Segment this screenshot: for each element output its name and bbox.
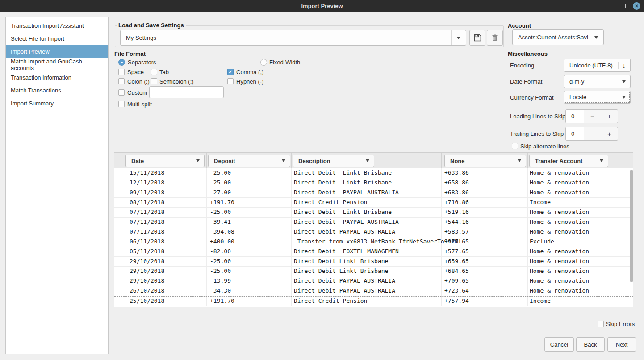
table-row[interactable]: 05/11/2018 -82.00 Direct Debit FOXTEL MA… [114, 247, 633, 257]
custom-separator-input[interactable] [149, 86, 224, 98]
table-row[interactable]: 29/10/2018 -25.00 Direct Debit Linkt Bri… [114, 257, 633, 267]
preview-table-header: Date Deposit Description None Transfer A… [114, 152, 633, 168]
table-row[interactable]: 07/11/2018 -25.00 Direct Debit Linkt Bri… [114, 208, 633, 218]
settings-combobox[interactable]: My Settings [120, 30, 466, 46]
multi-split-checkbox-label[interactable]: Multi-split [127, 101, 152, 108]
table-row[interactable]: 09/11/2018 -27.00 Direct Debit PAYPAL AU… [114, 188, 633, 198]
colon-checkbox-label[interactable]: Colon (:) [127, 78, 150, 85]
table-row[interactable]: 07/11/2018 -39.41 Direct Debit PAYPAL AU… [114, 218, 633, 227]
fixed-width-radio-label[interactable]: Fixed-Width [269, 59, 300, 66]
cell-date: 29/10/2018 [130, 277, 164, 284]
delete-settings-button[interactable] [487, 30, 503, 46]
back-button[interactable]: Back [576, 337, 605, 352]
cell-balance: +577.65 [444, 248, 469, 255]
date-format-value: d-m-y [569, 78, 584, 85]
chevron-down-icon[interactable] [589, 30, 603, 45]
skip-alternate-lines-checkbox[interactable] [512, 143, 518, 149]
chevron-down-icon[interactable] [451, 30, 466, 45]
next-button[interactable]: Next [607, 337, 636, 352]
encoding-picker[interactable]: Unicode (UTF-8) ↓ [564, 59, 631, 72]
custom-checkbox-label[interactable]: Custom [127, 89, 147, 96]
sidebar-item-label: Match Transactions [11, 87, 61, 94]
separators-radio-label[interactable]: Separators [128, 59, 156, 66]
fixed-width-radio[interactable] [260, 59, 267, 66]
column-type-combobox-none[interactable]: None [444, 155, 526, 167]
colon-checkbox[interactable] [118, 78, 125, 84]
currency-format-combobox[interactable]: Locale [564, 91, 631, 104]
cell-transfer-account: Home & renovation [530, 169, 589, 176]
table-row[interactable]: 29/10/2018 -13.99 Direct Debit PAYPAL AU… [114, 276, 633, 286]
down-arrow-icon: ↓ [623, 62, 626, 69]
minimize-button[interactable]: − [608, 3, 615, 9]
cell-deposit: -25.00 [210, 268, 231, 274]
save-settings-button[interactable] [469, 30, 485, 46]
leading-lines-value[interactable]: 0 [566, 110, 584, 123]
separator-line [114, 99, 504, 99]
cell-balance: +544.16 [444, 218, 469, 225]
increment-button[interactable]: + [601, 110, 618, 123]
date-format-combobox[interactable]: d-m-y [564, 75, 631, 88]
space-checkbox[interactable] [118, 69, 125, 75]
account-combobox[interactable]: Assets:Current Assets:Savi [512, 29, 604, 45]
cell-deposit: -394.08 [210, 228, 234, 235]
table-row[interactable]: 08/11/2018 +191.70 Direct Credit Pension… [114, 198, 633, 208]
sidebar-item[interactable]: Match Import and GnuCash accounts [6, 58, 108, 71]
table-row[interactable]: 26/10/2018 -34.30 Direct Debit PAYPAL AU… [114, 286, 633, 296]
tab-checkbox-label[interactable]: Tab [159, 69, 169, 75]
skip-errors-checkbox[interactable] [598, 321, 604, 327]
divider [618, 62, 619, 69]
column-type-combobox-transfer-account[interactable]: Transfer Account [529, 155, 608, 167]
cancel-button[interactable]: Cancel [544, 337, 574, 352]
increment-button[interactable]: + [601, 127, 618, 140]
decrement-button[interactable]: − [584, 127, 601, 140]
sidebar-item-label: Match Import and GnuCash accounts [11, 58, 103, 71]
column-type-combobox-date[interactable]: Date [125, 155, 205, 167]
encoding-label: Encoding [510, 62, 534, 69]
hyphen-checkbox[interactable] [227, 78, 234, 84]
skip-alternate-lines-label[interactable]: Skip alternate lines [520, 143, 569, 150]
table-row[interactable]: 25/10/2018 +191.70 Direct Credit Pension… [114, 296, 633, 306]
sidebar-item[interactable]: Select File for Import [6, 32, 108, 45]
cell-description: Direct Debit Linkt Brisbane [294, 209, 392, 215]
sidebar-item[interactable]: Import Summary [6, 97, 108, 110]
comma-checkbox[interactable] [227, 69, 234, 75]
custom-checkbox[interactable] [118, 89, 125, 96]
space-checkbox-label[interactable]: Space [127, 69, 144, 75]
semicolon-checkbox[interactable] [151, 78, 157, 84]
title-bar: Import Preview − ✕ [0, 0, 644, 12]
hyphen-checkbox-label[interactable]: Hyphen (-) [236, 78, 263, 85]
trailing-lines-value[interactable]: 0 [566, 127, 584, 140]
skip-errors-label[interactable]: Skip Errors [606, 321, 635, 327]
cell-deposit: +400.00 [210, 238, 234, 245]
table-row[interactable]: 07/11/2018 -394.08 Direct Debit PAYPAL A… [114, 227, 633, 237]
table-row[interactable]: 06/11/2018 +400.00 Transfer from xx6813 … [114, 237, 633, 247]
tab-checkbox[interactable] [151, 69, 157, 75]
sidebar-item[interactable]: Import Preview [6, 45, 108, 58]
cell-transfer-account: Home & renovation [530, 189, 589, 196]
multi-split-checkbox[interactable] [118, 101, 125, 107]
chevron-down-icon [600, 159, 603, 162]
table-row[interactable]: 15/11/2018 -25.00 Direct Debit Linkt Bri… [114, 168, 633, 178]
column-type-combobox-deposit[interactable]: Deposit [208, 155, 290, 167]
date-format-label: Date Format [510, 78, 542, 85]
cell-date: 09/11/2018 [130, 189, 164, 196]
vertical-scrollbar[interactable] [630, 170, 633, 282]
cell-transfer-account: Income [530, 297, 551, 304]
decrement-button[interactable]: − [584, 110, 601, 123]
separators-radio[interactable] [118, 59, 125, 66]
sidebar-item[interactable]: Match Transactions [6, 84, 108, 97]
sidebar-item[interactable]: Transaction Import Assistant [6, 19, 108, 32]
sidebar-item-label: Transaction Import Assistant [11, 22, 84, 29]
close-icon[interactable]: ✕ [633, 2, 640, 10]
table-row[interactable]: 12/11/2018 -25.00 Direct Debit Linkt Bri… [114, 178, 633, 188]
semicolon-checkbox-label[interactable]: Semicolon (;) [159, 78, 194, 85]
sidebar-item[interactable]: Transaction Information [6, 71, 108, 84]
comma-checkbox-label[interactable]: Comma (,) [236, 69, 263, 75]
cell-balance: +977.65 [444, 238, 469, 245]
load-save-settings-group: Load and Save Settings My Settings [115, 25, 504, 47]
table-row[interactable]: 29/10/2018 -25.00 Direct Debit Linkt Bri… [114, 267, 633, 276]
cell-balance: +710.86 [444, 199, 469, 205]
restore-icon[interactable] [622, 4, 626, 8]
column-type-combobox-description[interactable]: Description [293, 155, 374, 167]
cell-description: Direct Debit PAYPAL AUSTRALIA [294, 287, 395, 294]
